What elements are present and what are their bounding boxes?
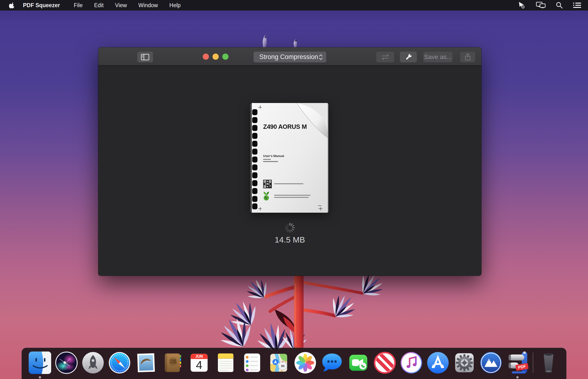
- compression-select[interactable]: Strong Compression: [254, 52, 326, 62]
- dock-item-mail[interactable]: [135, 351, 157, 374]
- window-titlebar[interactable]: Strong Compression: [98, 47, 481, 66]
- mail-icon: [135, 351, 157, 374]
- notes-icon: [214, 351, 237, 374]
- close-button[interactable]: [203, 54, 209, 60]
- menu-help[interactable]: Help: [170, 2, 181, 9]
- menu-bar: PDF Squeezer File Edit View Window Help: [0, 0, 588, 11]
- pdf-title: Z490 AORUS M: [263, 123, 307, 130]
- menu-items: File Edit View Window Help: [74, 2, 181, 9]
- photos-icon: [294, 351, 317, 374]
- dock-item-siri[interactable]: [55, 351, 78, 374]
- dock-item-app-cleaner[interactable]: [480, 351, 502, 374]
- calendar-day: 4: [196, 359, 203, 371]
- app-cleaner-icon: [480, 351, 502, 374]
- contacts-icon: [161, 351, 184, 374]
- trash-icon: [537, 351, 560, 374]
- menu-view[interactable]: View: [115, 2, 127, 9]
- dock-divider: [533, 352, 533, 373]
- menu-edit[interactable]: Edit: [94, 2, 104, 9]
- share-button[interactable]: [460, 52, 475, 62]
- dock-item-itunes[interactable]: [400, 351, 423, 374]
- reminders-icon: [241, 351, 263, 374]
- apple-icon: [9, 2, 15, 9]
- dock: JUN 4: [21, 348, 567, 379]
- share-icon: [464, 53, 472, 61]
- compare-arrows-icon: [380, 54, 390, 61]
- messages-icon: [320, 351, 343, 374]
- search-icon[interactable]: [556, 1, 563, 9]
- dock-item-reminders[interactable]: [241, 351, 263, 374]
- dock-item-finder[interactable]: [29, 351, 51, 374]
- wallpaper-flower-tips: [251, 31, 313, 48]
- dock-item-maps[interactable]: 3D: [268, 351, 290, 374]
- launchpad-icon: [82, 351, 104, 374]
- dock-item-facetime[interactable]: [347, 351, 369, 374]
- apple-menu[interactable]: [9, 2, 15, 9]
- cursor-icon[interactable]: [518, 1, 526, 9]
- dock-item-messages[interactable]: [320, 351, 343, 374]
- dock-item-photos[interactable]: [294, 351, 317, 374]
- dock-item-system-preferences[interactable]: [453, 351, 476, 374]
- itunes-icon: [400, 351, 423, 374]
- dock-item-news[interactable]: [374, 351, 396, 374]
- calendar-icon: JUN 4: [188, 351, 210, 374]
- compare-button[interactable]: [376, 52, 394, 62]
- maps-icon: 3D: [268, 351, 290, 374]
- notification-list-icon[interactable]: [573, 2, 581, 9]
- pdf-squeezer-icon: PDF: [506, 351, 529, 374]
- zoom-button[interactable]: [222, 54, 228, 60]
- siri-icon: [55, 351, 78, 374]
- dock-item-launchpad[interactable]: [82, 351, 104, 374]
- menu-window[interactable]: Window: [138, 2, 158, 9]
- safari-icon: [108, 351, 131, 374]
- sidebar-icon: [141, 54, 149, 61]
- dock-item-safari[interactable]: [108, 351, 131, 374]
- menu-bar-status-icons: [518, 0, 581, 11]
- menu-file[interactable]: File: [74, 2, 83, 9]
- displays-icon[interactable]: [536, 1, 546, 9]
- finder-icon: [29, 351, 51, 374]
- save-as-button[interactable]: Save as...: [423, 52, 452, 62]
- compression-select-label: Strong Compression: [259, 53, 318, 61]
- dock-item-app-store[interactable]: [427, 351, 449, 374]
- wallpaper-plant: [215, 274, 397, 350]
- wrench-icon: [404, 53, 413, 61]
- loading-spinner-icon: [285, 222, 295, 233]
- pdf-squeezer-window: Strong Compression: [98, 47, 481, 276]
- news-icon: [374, 351, 396, 374]
- dock-item-trash[interactable]: [537, 351, 560, 374]
- dock-item-notes[interactable]: [214, 351, 237, 374]
- file-size-label: 14.5 MB: [98, 235, 481, 244]
- calendar-month: JUN: [195, 354, 203, 358]
- toggle-sidebar-button[interactable]: [137, 52, 153, 62]
- desktop: PDF Squeezer File Edit View Window Help: [0, 0, 588, 379]
- save-as-label: Save as...: [424, 53, 452, 61]
- dock-item-contacts[interactable]: [161, 351, 184, 374]
- qr-code: [263, 180, 272, 188]
- system-preferences-icon: [453, 351, 476, 374]
- facetime-icon: [347, 351, 369, 374]
- app-store-icon: [427, 351, 449, 374]
- dock-item-pdf-squeezer[interactable]: PDF: [506, 351, 529, 374]
- pdf-thumbnail[interactable]: Z490 AORUS M User's Manual: [250, 102, 330, 214]
- settings-button[interactable]: [400, 52, 417, 62]
- pdf-subtitle: User's Manual: [263, 154, 284, 158]
- dock-item-calendar[interactable]: JUN 4: [188, 351, 210, 374]
- maps-3d-badge: 3D: [281, 364, 285, 368]
- active-app-name[interactable]: PDF Squeezer: [23, 2, 60, 9]
- minimize-button[interactable]: [212, 54, 219, 60]
- chevron-up-down-icon: [319, 54, 323, 60]
